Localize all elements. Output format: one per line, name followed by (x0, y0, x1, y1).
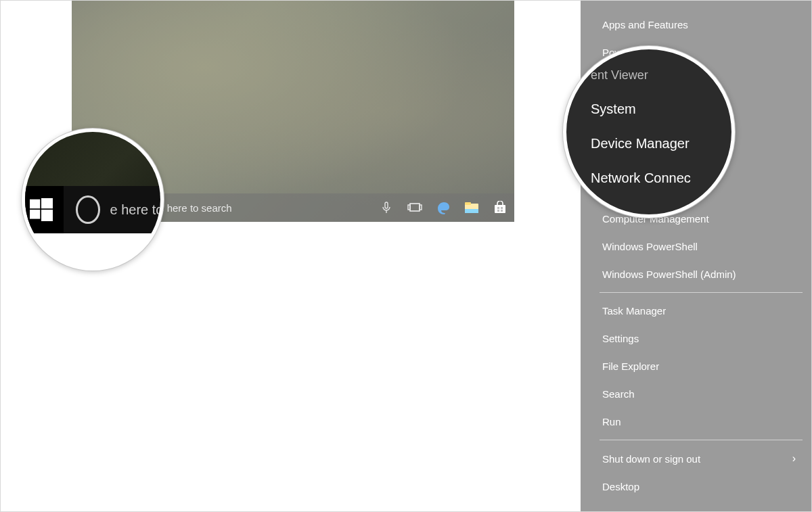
store-icon[interactable] (486, 193, 514, 222)
menu-separator (600, 440, 803, 440)
menu-run[interactable]: Run (600, 408, 803, 436)
mag-item-device-manager[interactable]: Device Manager (591, 126, 731, 161)
menu-file-explorer[interactable]: File Explorer (600, 352, 803, 380)
svg-rect-10 (465, 202, 471, 205)
svg-rect-7 (408, 205, 410, 210)
menu-task-manager[interactable]: Task Manager (600, 297, 803, 325)
svg-rect-15 (497, 210, 499, 212)
windows-logo-icon (30, 198, 53, 221)
menu-separator (600, 292, 803, 293)
svg-rect-14 (501, 207, 503, 209)
menu-desktop[interactable]: Desktop (600, 473, 803, 501)
file-explorer-icon[interactable] (457, 193, 486, 222)
svg-rect-11 (465, 209, 478, 213)
magnifier-start-button: e here to search (22, 129, 164, 271)
svg-rect-6 (410, 204, 420, 211)
cortana-icon-zoom[interactable] (76, 195, 100, 224)
svg-rect-20 (41, 210, 53, 221)
menu-apps-and-features[interactable]: Apps and Features (600, 11, 803, 39)
chevron-right-icon: › (792, 452, 796, 465)
svg-rect-16 (501, 210, 503, 212)
svg-rect-4 (385, 202, 388, 208)
svg-rect-12 (495, 205, 505, 213)
svg-rect-8 (420, 205, 422, 210)
svg-rect-18 (41, 198, 53, 208)
magnifier-device-manager: ent Viewer System Device Manager Network… (563, 46, 735, 218)
microphone-icon[interactable] (372, 193, 401, 222)
menu-windows-powershell-admin[interactable]: Windows PowerShell (Admin) (600, 260, 803, 288)
menu-shut-down-or-sign-out[interactable]: Shut down or sign out › (600, 444, 803, 473)
menu-windows-powershell[interactable]: Windows PowerShell (600, 233, 803, 260)
menu-search[interactable]: Search (600, 380, 803, 408)
svg-rect-13 (497, 207, 499, 209)
search-placeholder-zoom: e here to search (110, 202, 164, 218)
start-button-zoom[interactable] (22, 186, 64, 233)
mag-item-system[interactable]: System (591, 92, 731, 126)
svg-rect-19 (30, 210, 40, 219)
mag-item-network-connections[interactable]: Network Connec (591, 161, 731, 195)
svg-rect-17 (30, 200, 40, 209)
edge-browser-icon[interactable] (429, 193, 457, 222)
task-view-icon[interactable] (401, 193, 429, 222)
menu-settings[interactable]: Settings (600, 325, 803, 352)
